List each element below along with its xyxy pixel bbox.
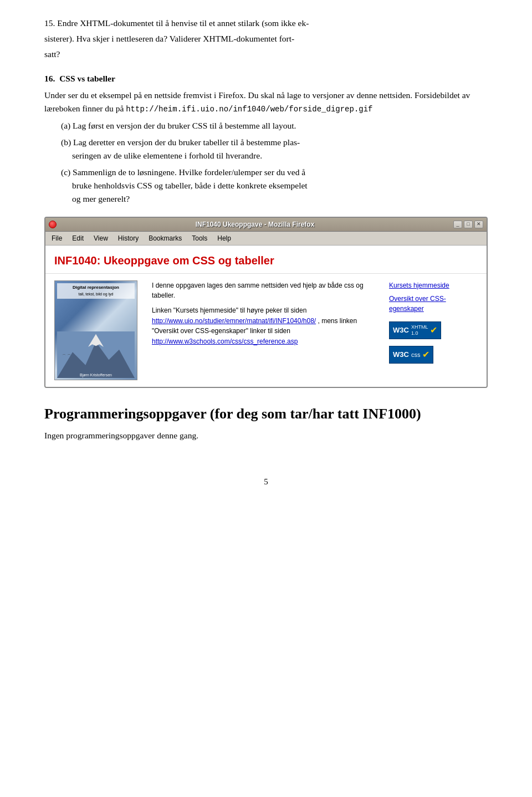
menu-history[interactable]: History [116, 233, 140, 244]
page-body: Digital representasjontall, tekst, bild … [45, 274, 487, 387]
css-label: css [411, 350, 421, 360]
q16-body: Under ser du et eksempel på en nettside … [44, 89, 488, 116]
firefox-content: INF1040: Ukeoppgave om CSS og tabeller D… [45, 246, 487, 387]
q16-url: http://heim.ifi.uio.no/inf1040/web/forsi… [126, 105, 372, 114]
w3c-xhtml-badge-container: W3C XHTML1.0 ✔ [389, 321, 478, 339]
minimize-button[interactable]: _ [453, 221, 462, 228]
xhtml-label: XHTML1.0 [411, 324, 428, 336]
firefox-close-button[interactable] [49, 221, 57, 228]
page-body-center: I denne oppgaven lages den samme nettsid… [152, 280, 380, 380]
book-cover-subtitle: Bjørn Kristoffersen [56, 372, 136, 379]
book-mountain-svg: ⌒ ⌒ [57, 330, 135, 380]
question-15-continuation: 15. Endre XHTML-dokumentet til å henvise… [44, 17, 488, 61]
page-number-area: 5 [44, 476, 488, 488]
window-controls: _ □ ✕ [453, 221, 483, 228]
sub-question-c: (c) Sammenlign de to løsningene. Hvilke … [61, 166, 488, 206]
question-16: 16. CSS vs tabeller Under ser du et ekse… [44, 72, 488, 206]
firefox-menubar: File Edit View History Bookmarks Tools H… [45, 232, 487, 246]
firefox-window: INF1040 Ukeoppgave - Mozilla Firefox _ □… [44, 217, 488, 388]
sub-question-b: (b) Lag deretter en versjon der du bruke… [61, 136, 488, 162]
q16-number: 16. [44, 74, 55, 83]
titlebar-left [49, 221, 57, 228]
page-body-left: Digital representasjontall, tekst, bild … [54, 280, 143, 380]
firefox-titlebar: INF1040 Ukeoppgave - Mozilla Firefox _ □… [45, 218, 487, 232]
close-button[interactable]: ✕ [474, 221, 483, 228]
content-area: 15. Endre XHTML-dokumentet til å henvise… [44, 17, 488, 488]
book-cover-title: Digital representasjontall, tekst, bild … [57, 283, 135, 299]
programming-body: Ingen programmeringsoppgaver denne gang. [44, 429, 488, 442]
menu-edit[interactable]: Edit [70, 233, 85, 244]
menu-view[interactable]: View [92, 233, 110, 244]
programming-heading: Programmeringsoppgaver (for deg som tar/… [44, 405, 488, 423]
q16-body-text1: Under ser du et eksempel på en nettside … [44, 89, 488, 116]
page-header: INF1040: Ukeoppgave om CSS og tabeller [45, 246, 487, 274]
book-cover: Digital representasjontall, tekst, bild … [54, 280, 137, 380]
center-text-1: I denne oppgaven lages den samme nettsid… [152, 280, 380, 301]
oversikt-css-link[interactable]: Oversikt over CSS-egenskaper [389, 294, 478, 314]
q16-heading: 16. CSS vs tabeller [44, 72, 488, 85]
page-main-title: INF1040: Ukeoppgave om CSS og tabeller [54, 252, 478, 269]
menu-file[interactable]: File [50, 233, 64, 244]
w3c-css-badge-container: W3C css ✔ [389, 346, 478, 364]
line-15a: 15. Endre XHTML-dokumentet til å henvise… [44, 17, 488, 30]
center-text-2: Linken "Kursets hjemmeside" til høyre pe… [152, 305, 380, 346]
svg-text:⌒ ⌒: ⌒ ⌒ [62, 354, 71, 359]
link-w3schools[interactable]: http://www.w3schools.com/css/css_referen… [152, 338, 298, 345]
line-15c: satt? [44, 48, 488, 61]
w3c-label-1: W3C [393, 325, 409, 336]
css-checkmark: ✔ [422, 348, 429, 361]
menu-help[interactable]: Help [216, 233, 233, 244]
sub-questions: (a) Lag først en versjon der du bruker C… [61, 119, 488, 206]
w3c-label-2: W3C [393, 349, 409, 360]
restore-button[interactable]: □ [464, 221, 473, 228]
menu-bookmarks[interactable]: Bookmarks [147, 233, 183, 244]
w3c-xhtml-badge: W3C XHTML1.0 ✔ [389, 321, 441, 339]
firefox-title: INF1040 Ukeoppgave - Mozilla Firefox [57, 219, 453, 229]
line-15b: sisterer). Hva skjer i nettleseren da? V… [44, 32, 488, 45]
page-number: 5 [264, 477, 268, 486]
q16-title-text: CSS vs tabeller [59, 74, 115, 83]
xhtml-checkmark: ✔ [430, 324, 437, 337]
link-uio[interactable]: http://www.uio.no/studier/emner/matnat/i… [152, 317, 316, 325]
programming-section: Programmeringsoppgaver (for deg som tar/… [44, 405, 488, 442]
kursets-hjemmeside-link[interactable]: Kursets hjemmeside [389, 280, 478, 290]
sub-question-a: (a) Lag først en versjon der du bruker C… [61, 119, 488, 132]
w3c-css-badge: W3C css ✔ [389, 346, 433, 364]
page-body-right: Kursets hjemmeside Oversikt over CSS-ege… [389, 280, 478, 380]
menu-tools[interactable]: Tools [190, 233, 209, 244]
